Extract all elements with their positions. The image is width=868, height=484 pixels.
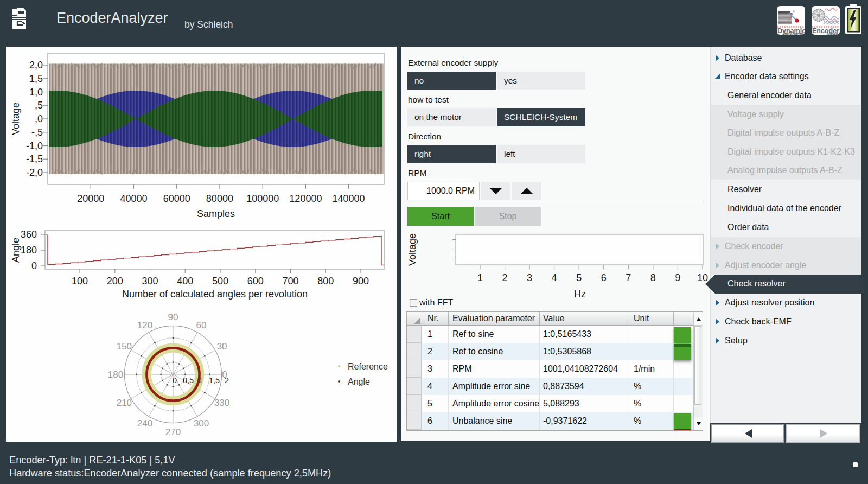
svg-text:3: 3 [527, 272, 532, 283]
svg-text:Voltage: Voltage [407, 233, 418, 266]
svg-text:300: 300 [194, 418, 209, 429]
svg-text:5: 5 [576, 272, 582, 283]
svg-text:2,0: 2,0 [29, 60, 43, 71]
svg-text:1,0: 1,0 [29, 87, 43, 98]
svg-text:100000: 100000 [246, 193, 279, 204]
svg-text:180: 180 [21, 245, 37, 256]
svg-text:4: 4 [552, 272, 557, 283]
svg-text:120000: 120000 [289, 193, 322, 204]
svg-text:360: 360 [21, 229, 37, 240]
svg-text:2: 2 [502, 272, 508, 283]
svg-text:-,5: -,5 [31, 127, 43, 138]
svg-text:60: 60 [196, 320, 207, 330]
svg-text:6: 6 [601, 272, 607, 283]
svg-text:80000: 80000 [206, 193, 233, 204]
svg-text:90: 90 [168, 312, 178, 322]
svg-text:Number of calculated angles pe: Number of calculated angles per revoluti… [122, 289, 308, 300]
svg-text:240: 240 [137, 418, 152, 429]
svg-text:7: 7 [626, 272, 631, 283]
svg-text:-2,0: -2,0 [26, 167, 43, 178]
svg-text:700: 700 [282, 276, 298, 286]
svg-text:120: 120 [137, 320, 152, 330]
svg-text:2: 2 [225, 376, 229, 385]
svg-text:Voltage: Voltage [10, 103, 21, 135]
svg-text:1,5: 1,5 [209, 376, 220, 385]
svg-text:-1,5: -1,5 [26, 154, 43, 164]
svg-text:60000: 60000 [163, 193, 190, 204]
svg-text:400: 400 [177, 276, 193, 286]
svg-text:,0: ,0 [35, 113, 43, 124]
svg-text:Angle: Angle [10, 238, 21, 263]
svg-text:20000: 20000 [77, 193, 104, 204]
svg-text:8: 8 [650, 272, 656, 283]
svg-text:30: 30 [217, 341, 227, 352]
svg-text:,5: ,5 [35, 100, 43, 111]
svg-text:100: 100 [72, 276, 88, 286]
svg-text:0: 0 [31, 260, 37, 271]
svg-text:150: 150 [117, 341, 132, 352]
svg-text:600: 600 [247, 276, 264, 286]
svg-text:270: 270 [165, 427, 181, 437]
svg-text:800: 800 [317, 276, 334, 286]
svg-text:500: 500 [212, 276, 228, 286]
svg-text:Samples: Samples [197, 208, 235, 219]
svg-text:MotorAnalyzer: MotorAnalyzer [784, 32, 803, 35]
svg-text:Reference: Reference [348, 362, 388, 371]
svg-text:40000: 40000 [120, 193, 147, 204]
svg-text:1: 1 [477, 272, 483, 283]
svg-text:Analyzer: Analyzer [827, 32, 838, 35]
svg-text:0,5: 0,5 [183, 376, 194, 385]
svg-text:200: 200 [107, 276, 123, 286]
svg-text:0: 0 [173, 376, 177, 385]
svg-text:-1,0: -1,0 [26, 141, 43, 151]
svg-text:140000: 140000 [333, 193, 365, 204]
svg-text:1: 1 [199, 376, 203, 385]
svg-text:Hz: Hz [574, 289, 586, 300]
svg-text:210: 210 [117, 398, 132, 408]
svg-text:180: 180 [108, 370, 123, 380]
svg-text:Angle: Angle [348, 377, 370, 386]
svg-text:330: 330 [214, 398, 229, 408]
svg-text:9: 9 [675, 272, 680, 283]
svg-text:300: 300 [142, 276, 158, 286]
svg-text:1,5: 1,5 [29, 73, 43, 84]
svg-text:900: 900 [353, 276, 369, 286]
